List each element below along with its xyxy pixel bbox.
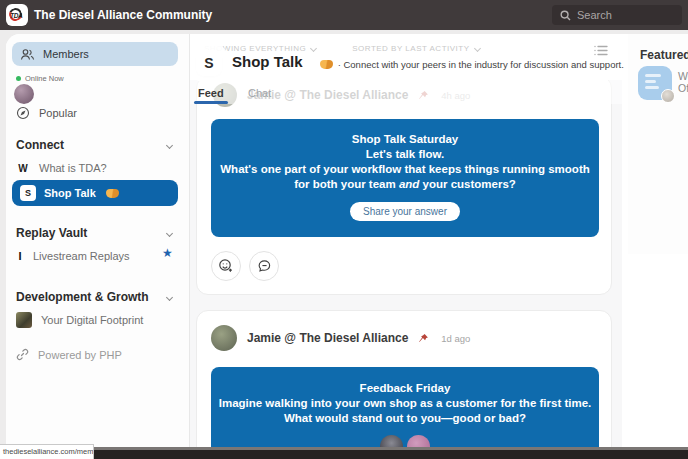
digital-footprint-thumbnail-icon: [16, 312, 32, 328]
left-sidebar: Members Online Now Popular Connect W Wha…: [6, 34, 190, 448]
participant-avatars: [211, 435, 599, 447]
replay-vault-label: Replay Vault: [16, 226, 87, 240]
search-input[interactable]: Search: [552, 5, 682, 25]
featured-author-avatar: [661, 89, 675, 103]
development-label: Development & Growth: [16, 290, 149, 304]
popular-label: Popular: [39, 107, 77, 119]
what-is-tda-label: What is TDA?: [39, 162, 107, 174]
community-title: The Diesel Alliance Community: [34, 8, 212, 22]
online-dot-icon: [16, 76, 21, 81]
add-reaction-button[interactable]: [211, 251, 241, 281]
featured-item-title-line1[interactable]: We A: [678, 70, 688, 82]
search-icon: [560, 10, 571, 21]
tda-logo[interactable]: TDA: [6, 4, 28, 26]
prompt-card: Feedback Friday Imagine walking into you…: [211, 367, 599, 447]
sidebar-item-powered-by-php[interactable]: Powered by PHP: [16, 348, 122, 361]
online-now-row: Online Now: [16, 74, 64, 83]
sidebar-item-popular[interactable]: Popular: [16, 106, 77, 120]
handshake-emoji-icon: [106, 189, 119, 198]
chevron-down-icon: [166, 141, 173, 148]
share-answer-button[interactable]: Share your answer: [350, 202, 460, 221]
tab-chat[interactable]: Chat: [248, 87, 271, 99]
participant-avatar[interactable]: [380, 435, 403, 447]
handshake-emoji-icon: [320, 60, 333, 69]
featured-panel: Featured We A Offer: [628, 34, 688, 254]
section-connect[interactable]: Connect: [16, 138, 176, 152]
search-placeholder: Search: [577, 9, 612, 21]
members-label: Members: [43, 48, 89, 60]
smiley-plus-icon: [218, 258, 234, 274]
section-development-growth[interactable]: Development & Growth: [16, 290, 176, 304]
space-tabs: Feed Chat: [190, 80, 622, 104]
reaction-row: [211, 251, 279, 281]
favorite-star-icon[interactable]: ★: [162, 246, 173, 260]
chevron-down-icon: [166, 293, 173, 300]
link-icon: [16, 348, 29, 361]
prompt-line: Shop Talk Saturday: [211, 132, 599, 147]
prompt-line: Feedback Friday: [211, 381, 599, 396]
prompt-line: Imagine walking into your own shop as a …: [211, 396, 599, 411]
space-header: SHOWING EVERYTHING SORTED BY LAST ACTIVI…: [190, 34, 622, 80]
chevron-down-icon: [473, 45, 480, 52]
what-is-tda-icon: W: [16, 163, 30, 174]
tda-logo-text: TDA: [10, 12, 22, 19]
tab-feed[interactable]: Feed: [198, 87, 224, 99]
compass-icon: [16, 106, 30, 120]
space-title: Shop Talk: [232, 53, 303, 70]
text-bar-icon: [645, 86, 659, 89]
feed-filters: SHOWING EVERYTHING SORTED BY LAST ACTIVI…: [204, 44, 480, 53]
sidebar-item-livestream-replays[interactable]: I Livestream Replays: [16, 250, 130, 262]
showing-filter-dropdown[interactable]: SHOWING EVERYTHING: [204, 44, 316, 53]
shop-talk-icon: S: [20, 185, 36, 201]
chevron-down-icon: [166, 229, 173, 236]
sidebar-item-shop-talk[interactable]: S Shop Talk: [12, 180, 178, 206]
text-bar-icon: [645, 74, 661, 77]
sorted-filter-dropdown[interactable]: SORTED BY LAST ACTIVITY: [352, 44, 479, 53]
online-member-avatar[interactable]: [14, 84, 34, 104]
participant-avatar[interactable]: [407, 435, 430, 447]
active-tab-underline: [194, 101, 228, 104]
online-now-label: Online Now: [25, 74, 64, 83]
comment-button[interactable]: [249, 251, 279, 281]
browser-status-url: thedieselalliance.com/members: [0, 444, 94, 459]
post-card: Jamie @ The Diesel Alliance 4h ago Shop …: [196, 76, 612, 295]
pin-icon: [418, 333, 429, 344]
list-icon: [594, 45, 608, 56]
prompt-line: Let's talk flow.: [211, 147, 599, 162]
shop-talk-label: Shop Talk: [44, 187, 96, 199]
author-avatar[interactable]: [211, 325, 237, 351]
connect-label: Connect: [16, 138, 64, 152]
livestream-icon: I: [16, 250, 24, 262]
featured-title: Featured: [640, 48, 688, 62]
author-name[interactable]: Jamie @ The Diesel Alliance: [247, 331, 408, 345]
section-replay-vault[interactable]: Replay Vault: [16, 226, 176, 240]
space-tagline: · Connect with your peers in the industr…: [318, 59, 624, 70]
prompt-line: for both your team and your customers?: [211, 177, 599, 192]
featured-item-title-line2[interactable]: Offer: [678, 82, 688, 94]
prompt-line: What would stand out to you—good or bad?: [211, 411, 599, 426]
digital-footprint-label: Your Digital Footprint: [41, 314, 143, 326]
livestream-label: Livestream Replays: [33, 250, 130, 262]
chevron-down-icon: [310, 45, 317, 52]
top-header: TDA The Diesel Alliance Community Search: [0, 0, 688, 30]
prompt-line: What's one part of your workflow that ke…: [211, 162, 599, 177]
list-view-button[interactable]: [594, 42, 608, 60]
comment-icon: [257, 259, 272, 274]
members-icon: [20, 48, 35, 61]
window-bottom-bar: [90, 447, 688, 459]
powered-by-php-label: Powered by PHP: [38, 349, 122, 361]
prompt-card: Shop Talk Saturday Let's talk flow. What…: [211, 119, 599, 237]
post-header: Jamie @ The Diesel Alliance 1d ago: [211, 325, 470, 351]
post-card: Jamie @ The Diesel Alliance 1d ago Feedb…: [196, 310, 612, 447]
space-icon: S: [196, 50, 222, 76]
sidebar-item-digital-footprint[interactable]: Your Digital Footprint: [16, 312, 143, 328]
text-bar-icon: [645, 80, 656, 83]
sidebar-item-what-is-tda[interactable]: W What is TDA?: [16, 162, 107, 174]
sidebar-item-members[interactable]: Members: [12, 42, 178, 66]
featured-post-icon[interactable]: [638, 66, 672, 100]
post-timestamp: 1d ago: [441, 333, 470, 344]
